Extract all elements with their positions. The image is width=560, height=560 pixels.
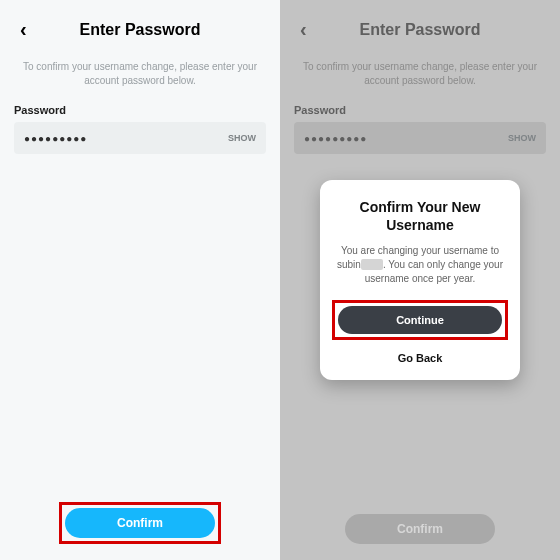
password-input[interactable]: ●●●●●●●●● [24,133,87,144]
modal-overlay: Confirm Your New Username You are changi… [280,0,560,560]
show-password-toggle[interactable]: SHOW [228,133,256,143]
highlight-box: Confirm [59,502,221,544]
confirm-username-modal: Confirm Your New Username You are changi… [320,180,520,380]
back-icon[interactable]: ‹ [20,18,27,41]
page-title: Enter Password [80,21,201,39]
continue-button[interactable]: Continue [338,306,502,334]
modal-body-suffix: . You can only change your username once… [365,259,503,284]
go-back-button[interactable]: Go Back [336,352,504,364]
bottom-button-area: Confirm [0,502,280,544]
modal-title: Confirm Your New Username [336,198,504,234]
modal-body: You are changing your username to subinx… [336,244,504,286]
highlight-box: Continue [332,300,508,340]
screen-enter-password: ‹ Enter Password To confirm your usernam… [0,0,280,560]
header: ‹ Enter Password [14,14,266,46]
redacted-username-suffix: xx [361,259,383,270]
password-input-row: ●●●●●●●●● SHOW [14,122,266,154]
password-label: Password [14,104,266,116]
confirm-button[interactable]: Confirm [65,508,215,538]
instruction-text: To confirm your username change, please … [20,60,260,88]
screen-confirm-modal: ‹ Enter Password To confirm your usernam… [280,0,560,560]
